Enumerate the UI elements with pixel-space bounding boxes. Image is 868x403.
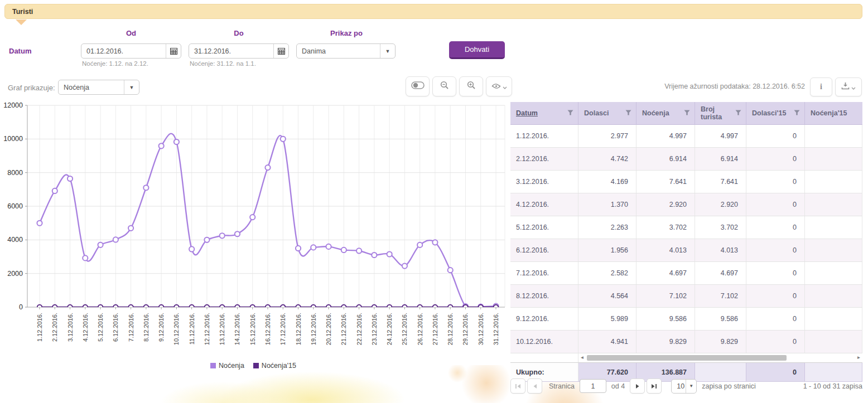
table-row[interactable]: 10.12.2016.4.9419.8299.8290 xyxy=(510,331,862,353)
cell-value: 6.914 xyxy=(695,148,746,170)
cell-value: 4.169 xyxy=(578,171,636,193)
date-to-value: 31.12.2016. xyxy=(189,47,273,55)
svg-text:8.12.2016.: 8.12.2016. xyxy=(143,313,150,342)
calendar-icon[interactable] xyxy=(166,44,181,58)
cell-value: 0 xyxy=(746,216,805,239)
cell-value xyxy=(805,148,862,170)
legend-item[interactable]: Noćenja'15 xyxy=(253,362,296,370)
cell-value: 4.697 xyxy=(695,262,746,284)
info-icon: i xyxy=(820,82,822,91)
next-page-button[interactable] xyxy=(630,378,645,394)
column-header-label: Broj turista xyxy=(701,105,735,122)
table-row[interactable]: 4.12.2016.1.3702.9202.9200 xyxy=(510,193,862,216)
column-header-6[interactable]: Noćenja'15 xyxy=(805,102,862,124)
cell-value: 4.941 xyxy=(578,331,636,353)
table-row[interactable]: 2.12.2016.4.7426.9146.9140 xyxy=(510,148,862,171)
dohvati-button[interactable]: Dohvati xyxy=(449,41,505,59)
chart: 0200040006000800010000120001.12.2016.2.1… xyxy=(2,102,508,361)
cell-value: 4.997 xyxy=(636,125,695,147)
table-row[interactable]: 9.12.2016.5.9899.5869.5860 xyxy=(510,308,862,331)
cell-value: 2.977 xyxy=(578,125,636,147)
eye-icon xyxy=(491,81,501,91)
svg-text:4.12.2016.: 4.12.2016. xyxy=(82,313,89,342)
filter-icon[interactable] xyxy=(794,109,800,117)
cell-value: 7.102 xyxy=(695,285,746,307)
svg-text:3.12.2016.: 3.12.2016. xyxy=(67,313,74,342)
first-page-button[interactable] xyxy=(510,378,525,394)
visibility-menu-button[interactable] xyxy=(486,76,512,96)
svg-text:2.12.2016.: 2.12.2016. xyxy=(51,313,58,342)
legend-swatch xyxy=(210,363,216,368)
scrollbar-track[interactable] xyxy=(586,353,855,362)
cell-value: 7.641 xyxy=(695,171,746,193)
graf-prikazuje-select[interactable]: Noćenja ▼ xyxy=(58,80,139,95)
horizontal-scrollbar[interactable]: ◄ ► xyxy=(578,353,862,362)
table-row[interactable]: 1.12.2016.2.9774.9974.9970 xyxy=(510,125,862,148)
date-from-field[interactable]: 01.12.2016. xyxy=(81,43,181,59)
scroll-left-icon[interactable]: ◄ xyxy=(578,353,586,362)
cell-value: 0 xyxy=(746,331,805,353)
svg-text:11.12.2016.: 11.12.2016. xyxy=(189,313,195,344)
svg-text:30.12.2016.: 30.12.2016. xyxy=(478,313,484,345)
cell-value: 0 xyxy=(746,285,805,307)
column-header-2[interactable]: Dolasci xyxy=(578,102,636,124)
filter-icon[interactable] xyxy=(684,109,690,117)
table-row[interactable]: 7.12.2016.2.5824.6974.6970 xyxy=(510,262,862,285)
scrollbar-thumb[interactable] xyxy=(587,355,787,361)
table-row[interactable]: 3.12.2016.4.1697.6417.6410 xyxy=(510,171,862,193)
cell-value: 1.370 xyxy=(578,193,636,216)
legend-item[interactable]: Noćenja xyxy=(210,362,244,370)
data-updated-text: Vrijeme ažurnosti podataka: 28.12.2016. … xyxy=(510,82,805,90)
cell-date: 6.12.2016. xyxy=(510,239,578,261)
table-body: 1.12.2016.2.9774.9974.99702.12.2016.4.74… xyxy=(510,125,862,353)
column-header-1[interactable]: Datum xyxy=(510,102,578,124)
svg-text:9.12.2016.: 9.12.2016. xyxy=(158,313,165,342)
info-button[interactable]: i xyxy=(810,77,832,96)
scroll-right-icon[interactable]: ► xyxy=(855,353,862,362)
svg-text:18.12.2016.: 18.12.2016. xyxy=(295,313,302,345)
column-header-label: Dolasci'15 xyxy=(752,109,786,117)
tab-turisti[interactable]: Turisti xyxy=(4,4,862,19)
svg-text:16.12.2016.: 16.12.2016. xyxy=(264,313,271,345)
prikaz-po-select[interactable]: Danima ▼ xyxy=(296,43,396,59)
cell-value: 9.829 xyxy=(636,331,695,353)
cell-date: 8.12.2016. xyxy=(510,285,578,307)
filter-icon[interactable] xyxy=(735,109,741,117)
cell-value: 4.997 xyxy=(695,125,746,147)
prikaz-po-label: Prikaz po xyxy=(296,29,397,37)
cell-value xyxy=(805,193,862,216)
pagination: Stranica od 4 10 ▼ zapisa po stranici 1 … xyxy=(510,378,862,394)
page-number-input[interactable] xyxy=(580,379,606,393)
cell-value xyxy=(805,308,862,330)
prev-page-button[interactable] xyxy=(527,378,542,394)
chevron-down-icon: ▼ xyxy=(124,80,139,94)
date-to-field[interactable]: 31.12.2016. xyxy=(189,43,289,59)
table-row[interactable]: 6.12.2016.1.9564.0134.0130 xyxy=(510,239,862,262)
cell-value: 2.920 xyxy=(636,193,695,216)
cell-value xyxy=(805,125,862,147)
last-page-button[interactable] xyxy=(647,378,662,394)
page-size-select[interactable]: 10 ▼ xyxy=(671,379,697,394)
column-header-5[interactable]: Dolasci'15 xyxy=(746,102,805,124)
zoom-out-button[interactable] xyxy=(432,76,456,96)
filter-icon[interactable] xyxy=(625,109,631,117)
toggle-series-button[interactable] xyxy=(406,76,430,96)
column-header-label: Dolasci xyxy=(584,109,609,117)
download-button[interactable] xyxy=(835,77,862,96)
svg-text:8000: 8000 xyxy=(7,169,23,177)
filter-icon[interactable] xyxy=(567,109,573,117)
zoom-in-button[interactable] xyxy=(459,76,483,96)
table-row[interactable]: 8.12.2016.4.5647.1027.1020 xyxy=(510,285,862,308)
table-row[interactable]: 5.12.2016.2.2633.7023.7020 xyxy=(510,216,862,239)
prikaz-po-value: Danima xyxy=(297,47,380,55)
svg-text:26.12.2016.: 26.12.2016. xyxy=(417,313,423,345)
toggle-icon xyxy=(411,81,425,91)
calendar-icon[interactable] xyxy=(273,44,288,58)
svg-text:25.12.2016.: 25.12.2016. xyxy=(401,313,408,345)
cell-value xyxy=(805,285,862,307)
svg-text:15.12.2016.: 15.12.2016. xyxy=(249,313,256,345)
column-header-3[interactable]: Noćenja xyxy=(636,102,695,124)
svg-text:28.12.2016.: 28.12.2016. xyxy=(447,313,454,345)
column-header-4[interactable]: Broj turista xyxy=(695,102,746,124)
svg-text:17.12.2016.: 17.12.2016. xyxy=(279,313,286,345)
